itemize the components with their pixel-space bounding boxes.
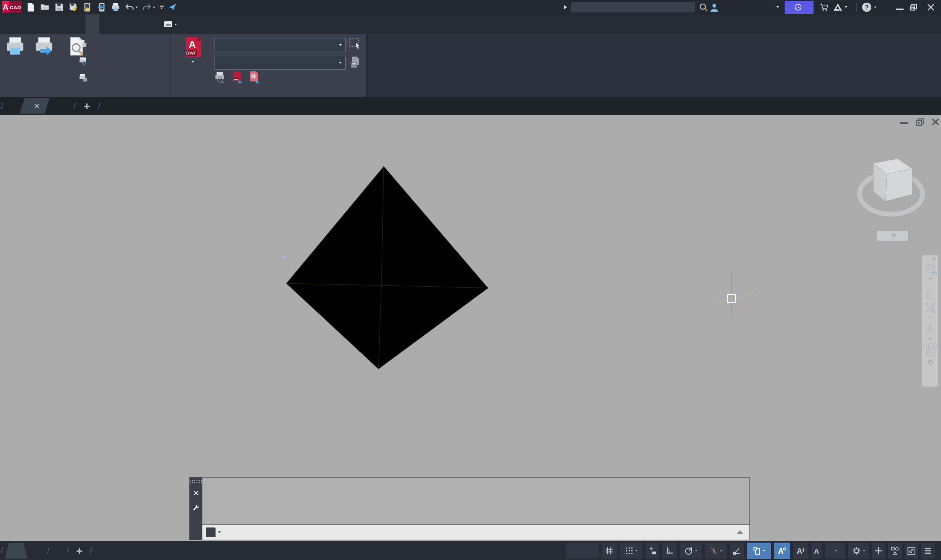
search-icon[interactable] [699, 3, 708, 12]
drawing-viewport[interactable]: 2D [0, 115, 941, 541]
recent-commands-caret-icon[interactable] [218, 531, 221, 533]
annotation-visibility-toggle[interactable]: A [774, 543, 790, 559]
showmotion-icon[interactable] [923, 343, 938, 356]
autodesk-app-button[interactable] [833, 3, 847, 11]
pyramid-object[interactable] [286, 166, 488, 369]
annotation-monitor-button[interactable] [872, 543, 885, 559]
user-avatar-icon[interactable] [710, 3, 719, 12]
open-folder-icon[interactable] [40, 2, 50, 12]
plotter-manager-item[interactable] [79, 72, 91, 83]
save-as-icon[interactable] [68, 2, 78, 12]
command-prompt-icon[interactable] [206, 528, 216, 537]
autocad-logo-icon[interactable]: ACAD [2, 1, 22, 13]
snap-toggle[interactable] [620, 543, 643, 559]
zoom-extents-icon[interactable] [924, 302, 936, 314]
search-expand-icon[interactable] [564, 5, 567, 9]
batch-plot-button[interactable] [29, 36, 59, 58]
tab-insert[interactable] [17, 14, 30, 34]
undo-caret-icon[interactable] [136, 6, 138, 8]
minimize-button[interactable] [896, 9, 904, 10]
view-cube[interactable] [847, 149, 932, 225]
steering-wheel-icon[interactable]: 2D [924, 263, 936, 275]
new-drawing-button[interactable]: + [83, 100, 90, 112]
restore-button[interactable] [909, 3, 917, 11]
tab-featured-apps[interactable] [141, 14, 154, 34]
command-window-grip[interactable] [190, 478, 202, 540]
share-button[interactable] [168, 3, 179, 11]
navbar-close-icon[interactable] [932, 257, 936, 261]
open-from-web-icon[interactable] [82, 2, 92, 12]
redo-caret-icon[interactable] [153, 6, 156, 8]
command-history[interactable] [202, 478, 750, 524]
viewcube-cube[interactable] [873, 158, 912, 202]
plot-icon[interactable] [111, 2, 120, 12]
wheel-menu-caret-icon[interactable] [929, 278, 932, 280]
qat-customize-button[interactable] [160, 6, 163, 9]
preview-dwf-icon[interactable] [214, 71, 227, 83]
save-icon[interactable] [54, 2, 64, 12]
pan-icon[interactable] [924, 286, 936, 299]
polar-tracking-toggle[interactable] [680, 543, 702, 559]
new-layout-button[interactable]: + [76, 545, 83, 556]
customization-button[interactable] [921, 543, 935, 559]
navigation-bar[interactable]: 2D [922, 255, 938, 386]
user-menu-caret-icon[interactable] [776, 6, 779, 8]
tab-manage[interactable] [72, 14, 85, 34]
orbit-icon[interactable] [924, 322, 936, 336]
new-file-icon[interactable] [26, 2, 36, 12]
help-button[interactable]: ? [862, 3, 876, 12]
model-tab[interactable] [5, 543, 27, 559]
tab-view[interactable] [58, 14, 72, 34]
trial-clock-badge[interactable] [785, 1, 813, 14]
navbar-customize-icon[interactable] [928, 360, 933, 365]
object-snap-tracking-toggle[interactable] [705, 543, 727, 559]
command-expand-icon[interactable] [737, 530, 743, 534]
file-tab-close-icon[interactable] [34, 103, 40, 109]
close-button[interactable] [927, 3, 935, 11]
select-window-icon[interactable] [349, 37, 362, 50]
page-setup-manager-item[interactable] [79, 38, 91, 49]
zoom-menu-caret-icon[interactable] [929, 317, 932, 318]
save-to-web-icon[interactable] [97, 2, 106, 12]
export-type-select[interactable] [214, 38, 346, 52]
ribbon-display-toggle[interactable] [164, 22, 177, 27]
export-button[interactable]: A DWF [178, 36, 208, 63]
command-input[interactable] [202, 524, 750, 540]
drag-grip-icon[interactable] [189, 480, 203, 483]
cart-icon[interactable] [819, 3, 829, 11]
redo-button[interactable] [142, 3, 156, 11]
selection-cycling-toggle[interactable] [747, 543, 771, 559]
annotation-autoscale-toggle[interactable]: A [793, 543, 808, 559]
dynamic-input-toggle[interactable] [645, 543, 659, 559]
tab-collaborate[interactable] [113, 14, 127, 34]
tab-home[interactable] [3, 14, 17, 34]
tab-parametric[interactable] [44, 14, 58, 34]
view-details-item[interactable] [79, 55, 91, 66]
model-space-toggle[interactable] [566, 543, 599, 559]
tab-express-tools[interactable] [127, 14, 141, 34]
tab-annotate[interactable] [30, 14, 44, 34]
pdf-options-icon[interactable] [248, 71, 261, 83]
file-tab-drawing1[interactable] [19, 98, 49, 114]
command-settings-wrench-icon[interactable] [193, 505, 200, 512]
plot-panel-title[interactable] [0, 88, 171, 97]
grid-toggle[interactable] [602, 543, 617, 559]
tab-add-ins[interactable] [99, 14, 113, 34]
undo-button[interactable] [125, 3, 138, 11]
isolate-objects-button[interactable] [888, 543, 902, 559]
workspace-switching-button[interactable] [848, 543, 869, 559]
tab-output[interactable] [85, 14, 99, 34]
wcs-menu[interactable] [876, 231, 908, 242]
annotation-scale-icon-tile[interactable]: A [811, 543, 822, 559]
command-close-icon[interactable] [193, 490, 199, 496]
orbit-menu-caret-icon[interactable] [929, 338, 932, 340]
ortho-toggle[interactable] [662, 543, 677, 559]
export-panel-title[interactable] [171, 88, 366, 97]
page-setup-list-icon[interactable] [349, 56, 362, 69]
plot-button[interactable] [2, 36, 28, 58]
command-window[interactable] [189, 477, 750, 540]
annotation-scale-select[interactable] [825, 543, 845, 559]
page-setup-select[interactable] [214, 56, 346, 70]
search-input[interactable] [571, 2, 695, 12]
object-snap-toggle[interactable] [730, 543, 744, 559]
